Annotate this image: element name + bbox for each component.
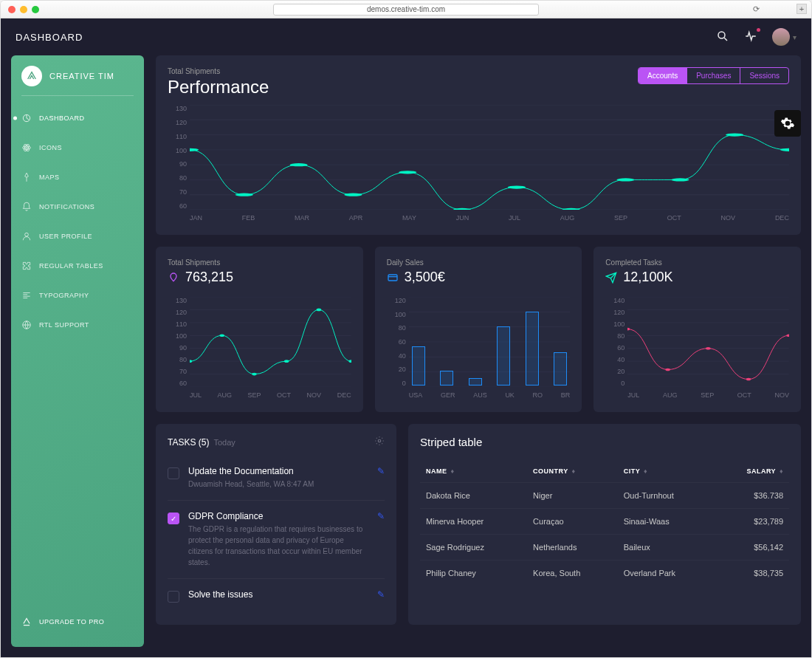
task-title: Solve the issues: [188, 589, 368, 600]
sidebar-item-maps[interactable]: MAPS: [11, 162, 144, 192]
svg-point-41: [348, 360, 351, 363]
sales-value: 3,500€: [405, 270, 445, 285]
table-row[interactable]: Dakota RiceNigerOud-Turnhout$36.738: [420, 483, 789, 509]
svg-point-21: [453, 208, 471, 210]
brand-logo[interactable]: [21, 66, 42, 86]
task-desc: The GDPR is a regulation that requires b…: [188, 524, 368, 568]
chart-pie-icon: [21, 113, 32, 123]
maximize-icon[interactable]: [32, 6, 39, 13]
task-title: GDPR Compliance: [188, 511, 368, 521]
svg-point-6: [25, 233, 29, 236]
task-title: Update the Documentation: [188, 466, 368, 476]
svg-point-18: [289, 163, 307, 166]
table-title: Striped table: [420, 436, 789, 448]
svg-point-40: [317, 309, 322, 312]
svg-point-20: [399, 171, 416, 174]
checkbox[interactable]: [168, 591, 179, 603]
sidebar-item-typography[interactable]: TYPOGRAPHY: [11, 281, 144, 310]
upgrade-button[interactable]: UPGRADE TO PRO: [11, 607, 144, 637]
svg-point-62: [787, 334, 789, 337]
user-icon: [21, 231, 32, 241]
activity-icon[interactable]: [744, 30, 759, 44]
sort-icon: ♦: [644, 467, 647, 475]
svg-point-22: [508, 185, 526, 188]
bell-icon: [21, 202, 32, 212]
shipments-card: Total Shipments 763,215 1301201101009080…: [156, 247, 363, 412]
sidebar-item-user-profile[interactable]: USER PROFILE: [11, 222, 144, 251]
shipments-subtitle: Total Shipments: [168, 258, 351, 267]
search-icon[interactable]: [716, 30, 731, 44]
completed-card: Completed Tasks 12,100K 1401201008060402…: [593, 247, 801, 412]
sidebar-item-label: TYPOGRAPHY: [39, 292, 89, 299]
task-item: Update the DocumentationDwuamish Head, S…: [168, 456, 385, 500]
tab-sessions[interactable]: Sessions: [740, 68, 788, 83]
minimize-icon[interactable]: [20, 6, 27, 13]
edit-icon[interactable]: ✎: [377, 589, 385, 603]
svg-point-61: [746, 378, 751, 381]
completed-subtitle: Completed Tasks: [605, 258, 789, 267]
shipments-chart: 13012011010090807060JULAUGSEPOCTNOVDEC: [168, 297, 351, 400]
svg-point-59: [666, 369, 671, 371]
svg-point-38: [252, 373, 257, 376]
edit-icon[interactable]: ✎: [377, 511, 385, 568]
performance-chart: 13012011010090807060JANFEBMARAPRMAYJUNJU…: [168, 105, 789, 223]
col-name[interactable]: NAME ♦: [420, 460, 527, 483]
sidebar: CREATIVE TIM DASHBOARDICONSMAPSNOTIFICAT…: [11, 55, 144, 647]
refresh-icon[interactable]: ⟳: [753, 4, 760, 14]
task-desc: Dwuamish Head, Seattle, WA 8:47 AM: [188, 479, 368, 490]
sidebar-item-label: MAPS: [39, 174, 60, 181]
sidebar-item-label: ICONS: [39, 144, 62, 151]
table-row[interactable]: Philip ChaneyKorea, SouthOverland Park$3…: [420, 561, 789, 586]
tab-accounts[interactable]: Accounts: [639, 68, 687, 83]
sort-icon: ♦: [451, 467, 455, 475]
tasks-settings-icon[interactable]: [374, 436, 385, 448]
col-country[interactable]: COUNTRY ♦: [527, 460, 618, 483]
svg-point-36: [190, 360, 192, 363]
chevron-down-icon[interactable]: ▾: [793, 33, 796, 41]
close-icon[interactable]: [8, 6, 16, 13]
sidebar-item-label: DASHBOARD: [39, 114, 85, 122]
sidebar-item-label: REGULAR TABLES: [39, 262, 103, 270]
browser-titlebar: demos.creative-tim.com ⟳ +: [1, 1, 811, 18]
globe-icon: [21, 320, 32, 330]
col-salary[interactable]: SALARY ♦: [715, 460, 789, 483]
checkbox[interactable]: ✓: [168, 513, 179, 524]
edit-icon[interactable]: ✎: [377, 466, 385, 490]
table-row[interactable]: Sage RodriguezNetherlandsBaileux$56,142: [420, 535, 789, 561]
sidebar-item-notifications[interactable]: NOTIFICATIONS: [11, 192, 144, 222]
tasks-sub: Today: [213, 438, 235, 447]
table-row[interactable]: Minerva HooperCuraçaoSinaai-Waas$23,789: [420, 509, 789, 535]
page-title: DASHBOARD: [16, 32, 83, 43]
tasks-heading: TASKS: [168, 437, 196, 448]
url-bar[interactable]: demos.creative-tim.com: [273, 4, 539, 16]
svg-point-23: [562, 208, 580, 210]
performance-card: Total Shipments Performance AccountsPurc…: [156, 55, 801, 235]
completed-value: 12,100K: [623, 270, 672, 285]
sales-card: Daily Sales 3,500€ 120100806040200USAGER…: [375, 247, 582, 412]
checkbox[interactable]: [168, 467, 179, 479]
tab-purchases[interactable]: Purchases: [687, 68, 740, 83]
data-table: NAME ♦COUNTRY ♦CITY ♦SALARY ♦ Dakota Ric…: [420, 460, 789, 586]
settings-button[interactable]: [774, 110, 801, 137]
svg-point-2: [26, 147, 27, 148]
svg-point-63: [378, 439, 381, 442]
new-tab-button[interactable]: +: [796, 4, 807, 14]
avatar[interactable]: [772, 28, 790, 46]
svg-point-58: [627, 328, 630, 331]
sidebar-item-dashboard[interactable]: DASHBOARD: [11, 103, 144, 133]
sidebar-item-regular-tables[interactable]: REGULAR TABLES: [11, 251, 144, 281]
sidebar-item-icons[interactable]: ICONS: [11, 133, 144, 162]
sidebar-item-rtl-support[interactable]: RTL SUPPORT: [11, 310, 144, 340]
svg-point-0: [718, 32, 725, 38]
puzzle-icon: [21, 261, 32, 271]
sort-icon: ♦: [780, 467, 783, 475]
svg-point-19: [344, 193, 362, 196]
sidebar-item-label: NOTIFICATIONS: [39, 203, 94, 210]
col-city[interactable]: CITY ♦: [618, 460, 715, 483]
sales-subtitle: Daily Sales: [387, 258, 571, 267]
align-icon: [21, 290, 32, 301]
perf-title: Performance: [168, 77, 269, 97]
sort-icon: ♦: [572, 467, 576, 475]
sidebar-item-label: RTL SUPPORT: [39, 321, 89, 329]
tasks-count: (5): [199, 437, 210, 448]
